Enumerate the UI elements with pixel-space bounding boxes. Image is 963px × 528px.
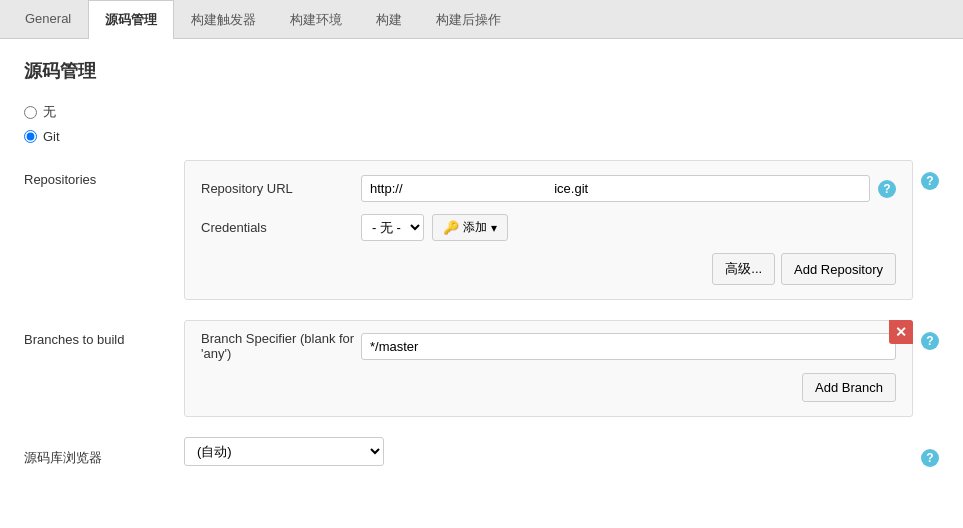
radio-git-option[interactable]: Git: [24, 129, 939, 144]
source-browser-select[interactable]: (自动): [184, 437, 384, 466]
source-browser-label: 源码库浏览器: [24, 437, 184, 467]
branches-section: ✕ Branch Specifier (blank for 'any') Add…: [184, 320, 913, 417]
branch-specifier-input[interactable]: [361, 333, 896, 360]
repo-url-input[interactable]: [361, 175, 870, 202]
repositories-body: Repository URL ? Credentials - 无 - 🔑: [184, 160, 913, 310]
repo-url-row: Repository URL ?: [201, 175, 896, 202]
source-browser-help-icon[interactable]: ?: [921, 449, 939, 467]
credentials-row: Credentials - 无 - 🔑 添加 ▾: [201, 214, 896, 241]
tab-general[interactable]: General: [8, 0, 88, 39]
tab-post[interactable]: 构建后操作: [419, 0, 518, 39]
repo-url-help-icon[interactable]: ?: [878, 180, 896, 198]
radio-git-label: Git: [43, 129, 60, 144]
tab-env[interactable]: 构建环境: [273, 0, 359, 39]
credentials-add-button[interactable]: 🔑 添加 ▾: [432, 214, 508, 241]
page-title: 源码管理: [24, 59, 939, 83]
branch-specifier-row: Branch Specifier (blank for 'any'): [201, 331, 896, 361]
advanced-button[interactable]: 高级...: [712, 253, 775, 285]
scm-radio-group: 无 Git: [24, 103, 939, 144]
tab-bar: General 源码管理 构建触发器 构建环境 构建 构建后操作: [0, 0, 963, 39]
repositories-help-icon-outer: ?: [921, 160, 939, 190]
credentials-control: - 无 - 🔑 添加 ▾: [361, 214, 896, 241]
repositories-label: Repositories: [24, 160, 184, 187]
repositories-row: Repositories Repository URL ? Credential…: [24, 160, 939, 310]
repositories-help-icon[interactable]: ?: [921, 172, 939, 190]
branch-specifier-control: [361, 333, 896, 360]
repo-url-label: Repository URL: [201, 181, 361, 196]
repo-buttons-row: 高级... Add Repository: [201, 253, 896, 285]
branches-label: Branches to build: [24, 320, 184, 347]
tab-triggers[interactable]: 构建触发器: [174, 0, 273, 39]
branches-row: Branches to build ✕ Branch Specifier (bl…: [24, 320, 939, 427]
dropdown-arrow-icon: ▾: [491, 221, 497, 235]
radio-none-label: 无: [43, 103, 56, 121]
credentials-select[interactable]: - 无 -: [361, 214, 424, 241]
credentials-label: Credentials: [201, 220, 361, 235]
main-content: 源码管理 无 Git Repositories Repository URL ?: [0, 39, 963, 528]
branches-help-icon[interactable]: ?: [921, 332, 939, 350]
add-repository-button[interactable]: Add Repository: [781, 253, 896, 285]
branches-help-icon-outer: ?: [921, 320, 939, 350]
branches-body: ✕ Branch Specifier (blank for 'any') Add…: [184, 320, 913, 427]
radio-git-input[interactable]: [24, 130, 37, 143]
add-branch-button[interactable]: Add Branch: [802, 373, 896, 402]
source-browser-row: 源码库浏览器 (自动) ?: [24, 437, 939, 467]
key-icon: 🔑: [443, 220, 459, 235]
repo-url-control: ?: [361, 175, 896, 202]
add-label: 添加: [463, 219, 487, 236]
tab-scm[interactable]: 源码管理: [88, 0, 174, 39]
source-browser-body: (自动): [184, 437, 913, 466]
branches-buttons-row: Add Branch: [201, 373, 896, 402]
source-browser-help-icon-outer: ?: [921, 437, 939, 467]
radio-none-input[interactable]: [24, 106, 37, 119]
tab-build[interactable]: 构建: [359, 0, 419, 39]
radio-none-option[interactable]: 无: [24, 103, 939, 121]
repositories-section: Repository URL ? Credentials - 无 - 🔑: [184, 160, 913, 300]
delete-branch-button[interactable]: ✕: [889, 320, 913, 344]
branch-specifier-label: Branch Specifier (blank for 'any'): [201, 331, 361, 361]
